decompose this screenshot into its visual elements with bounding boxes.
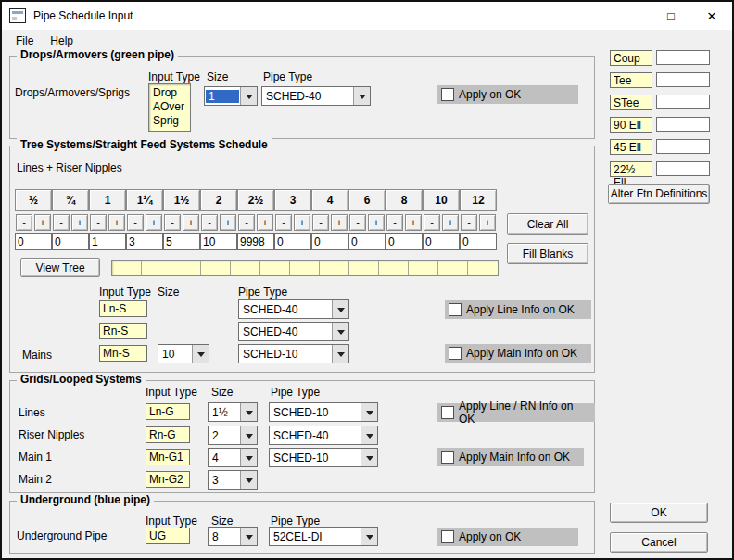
plus-button-11[interactable]: + [442,214,459,231]
size-count-input-4[interactable] [163,233,200,250]
drops-input-type-list[interactable]: Drop AOver Sprig [148,83,191,132]
grids-apply-main-checkbox[interactable]: Apply Main Info on OK [437,448,584,466]
ok-button[interactable]: OK [610,503,708,523]
plus-button-0[interactable]: + [34,214,51,231]
grids-riser-pipe-type-combo[interactable]: SCHED-40 [269,426,378,445]
size-header-button-10[interactable]: 8 [386,189,423,211]
chevron-down-icon[interactable] [332,323,348,340]
tree-line-pipe-type-combo[interactable]: SCHED-40 [238,299,349,319]
size-count-input-6[interactable] [237,233,274,250]
maximize-button[interactable]: □ [651,2,691,30]
checkbox-box[interactable] [441,406,454,419]
grids-main2-input-type-field[interactable] [146,471,190,488]
chevron-down-icon[interactable] [192,345,209,363]
grids-riser-input-type-field[interactable] [146,426,190,443]
checkbox-box[interactable] [449,303,462,316]
plus-button-10[interactable]: + [405,214,422,231]
chevron-down-icon[interactable] [240,449,257,466]
checkbox-box[interactable] [441,88,454,101]
view-tree-button[interactable]: View Tree [20,258,100,277]
fitting-value-stee[interactable] [656,95,710,109]
fitting-value-45ell[interactable] [656,139,710,154]
minus-button-0[interactable]: - [16,214,32,231]
drops-apply-checkbox[interactable]: Apply on OK [437,85,578,104]
chevron-down-icon[interactable] [240,403,257,421]
menu-file[interactable]: File [7,32,42,50]
size-count-input-5[interactable] [200,233,237,250]
minus-button-1[interactable]: - [53,214,70,231]
fitting-value-coup[interactable] [656,50,710,65]
chevron-down-icon[interactable] [332,300,348,318]
size-header-button-2[interactable]: 1 [89,189,126,211]
grids-main1-input-type-field[interactable] [146,449,190,465]
fitting-value-90ell[interactable] [656,117,710,132]
fitting-value-22ell[interactable] [656,161,710,176]
grids-riser-size-combo[interactable]: 2 [208,426,258,445]
tree-riser-pipe-type-combo[interactable]: SCHED-40 [238,322,349,341]
underground-size-combo[interactable]: 8 [208,527,258,546]
chevron-down-icon[interactable] [240,426,257,444]
plus-button-6[interactable]: + [257,214,273,231]
minus-button-5[interactable]: - [201,214,218,231]
size-count-input-3[interactable] [126,233,163,250]
plus-button-9[interactable]: + [368,214,385,231]
plus-button-7[interactable]: + [294,214,310,231]
minus-button-8[interactable]: - [312,214,329,231]
tree-apply-line-checkbox[interactable]: Apply Line Info on OK [445,300,591,319]
chevron-down-icon[interactable] [353,87,370,105]
chevron-down-icon[interactable] [240,471,257,489]
grids-lines-size-combo[interactable]: 1½ [208,402,258,422]
grids-lines-input-type-field[interactable] [146,403,190,420]
tree-apply-main-checkbox[interactable]: Apply Main Info on OK [445,344,591,363]
drops-size-combo[interactable]: 1 [204,86,258,106]
tree-riser-input-type-field[interactable] [99,323,147,339]
checkbox-box[interactable] [441,451,454,464]
list-item-aover[interactable]: AOver [153,100,186,114]
size-header-button-7[interactable]: 3 [274,189,311,211]
tree-mains-input-type-field[interactable] [99,345,147,362]
minus-button-9[interactable]: - [349,214,366,231]
underground-apply-checkbox[interactable]: Apply on OK [437,528,578,546]
checkbox-box[interactable] [449,347,462,360]
close-button[interactable]: ✕ [691,2,732,30]
size-count-input-9[interactable] [348,233,386,250]
plus-button-12[interactable]: + [479,214,496,231]
chevron-down-icon[interactable] [361,528,377,545]
drops-pipe-type-combo[interactable]: SCHED-40 [261,86,371,106]
size-count-input-2[interactable] [89,233,126,250]
size-header-button-4[interactable]: 1½ [163,189,200,211]
chevron-down-icon[interactable] [361,426,377,444]
grids-lines-pipe-type-combo[interactable]: SCHED-10 [269,402,378,422]
size-count-input-11[interactable] [423,233,460,250]
plus-button-5[interactable]: + [220,214,236,231]
minus-button-7[interactable]: - [275,214,292,231]
size-count-input-12[interactable] [460,233,497,250]
chevron-down-icon[interactable] [240,528,257,545]
size-header-button-5[interactable]: 2 [200,189,237,211]
underground-pipe-type-combo[interactable]: 52CEL-DI [269,527,378,546]
size-header-button-9[interactable]: 6 [348,189,386,211]
minus-button-4[interactable]: - [164,214,181,231]
plus-button-2[interactable]: + [108,214,125,231]
minus-button-12[interactable]: - [461,214,477,231]
size-header-button-8[interactable]: 4 [311,189,348,211]
fitting-value-tee[interactable] [656,72,710,87]
underground-input-type-field[interactable] [146,528,190,544]
size-count-input-0[interactable] [15,233,52,250]
plus-button-4[interactable]: + [183,214,199,231]
size-header-button-3[interactable]: 1¼ [126,189,163,211]
plus-button-1[interactable]: + [71,214,88,231]
plus-button-8[interactable]: + [331,214,348,231]
tree-line-input-type-field[interactable] [99,300,147,317]
list-item-sprig[interactable]: Sprig [153,114,186,128]
size-header-button-11[interactable]: 10 [423,189,460,211]
checkbox-box[interactable] [441,530,454,543]
minus-button-11[interactable]: - [424,214,440,231]
size-count-input-1[interactable] [52,233,89,250]
alter-ftn-definitions-button[interactable]: Alter Ftn Definitions [608,184,710,204]
plus-button-3[interactable]: + [146,214,162,231]
size-header-button-12[interactable]: 12 [460,189,497,211]
size-count-input-7[interactable] [274,233,311,250]
list-item-drop[interactable]: Drop [153,86,186,100]
chevron-down-icon[interactable] [361,449,377,466]
